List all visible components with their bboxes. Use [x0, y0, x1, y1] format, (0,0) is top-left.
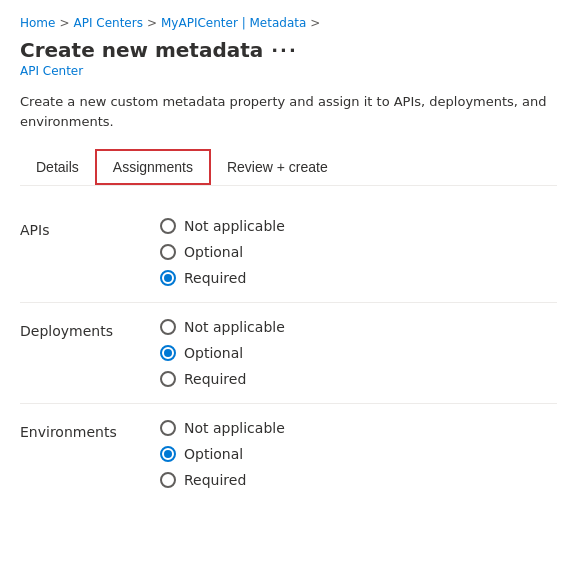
dep-na-label: Not applicable [184, 319, 285, 335]
dep-radio-na[interactable] [160, 319, 176, 335]
dep-option-na[interactable]: Not applicable [160, 319, 285, 335]
dep-radio-optional[interactable] [160, 345, 176, 361]
breadcrumb-api-centers[interactable]: API Centers [74, 16, 143, 30]
dep-radio-required[interactable] [160, 371, 176, 387]
divider-1 [20, 302, 557, 303]
env-option-na[interactable]: Not applicable [160, 420, 285, 436]
environments-radio-group: Not applicable Optional Required [160, 420, 285, 488]
apis-option-optional[interactable]: Optional [160, 244, 285, 260]
env-radio-required[interactable] [160, 472, 176, 488]
apis-option-na[interactable]: Not applicable [160, 218, 285, 234]
tab-details[interactable]: Details [20, 151, 95, 183]
assignment-row-environments: Environments Not applicable Optional Req… [20, 408, 557, 500]
dep-required-label: Required [184, 371, 246, 387]
environments-label: Environments [20, 420, 160, 440]
tab-assignments[interactable]: Assignments [95, 149, 211, 185]
env-radio-na[interactable] [160, 420, 176, 436]
dep-optional-label: Optional [184, 345, 243, 361]
env-optional-label: Optional [184, 446, 243, 462]
apis-radio-na[interactable] [160, 218, 176, 234]
apis-radio-optional[interactable] [160, 244, 176, 260]
apis-required-label: Required [184, 270, 246, 286]
assignment-row-deployments: Deployments Not applicable Optional Requ… [20, 307, 557, 399]
deployments-label: Deployments [20, 319, 160, 339]
apis-na-label: Not applicable [184, 218, 285, 234]
apis-radio-group: Not applicable Optional Required [160, 218, 285, 286]
tab-review-create[interactable]: Review + create [211, 151, 344, 183]
apis-radio-required[interactable] [160, 270, 176, 286]
env-radio-optional[interactable] [160, 446, 176, 462]
deployments-radio-group: Not applicable Optional Required [160, 319, 285, 387]
breadcrumb-home[interactable]: Home [20, 16, 55, 30]
page-subtitle: API Center [20, 64, 557, 78]
page-description: Create a new custom metadata property an… [20, 92, 557, 131]
assignment-row-apis: APIs Not applicable Optional Required [20, 206, 557, 298]
env-option-optional[interactable]: Optional [160, 446, 285, 462]
breadcrumb-sep-1: > [59, 16, 69, 30]
breadcrumb: Home > API Centers > MyAPICenter | Metad… [20, 16, 557, 30]
breadcrumb-sep-3: > [310, 16, 320, 30]
assignments-form: APIs Not applicable Optional Required De… [20, 206, 557, 500]
tabs: Details Assignments Review + create [20, 149, 557, 186]
page-title-row: Create new metadata ··· [20, 38, 557, 62]
dep-option-required[interactable]: Required [160, 371, 285, 387]
breadcrumb-sep-2: > [147, 16, 157, 30]
page-title-text: Create new metadata [20, 38, 263, 62]
env-required-label: Required [184, 472, 246, 488]
env-na-label: Not applicable [184, 420, 285, 436]
apis-label: APIs [20, 218, 160, 238]
breadcrumb-myapicenter[interactable]: MyAPICenter | Metadata [161, 16, 306, 30]
divider-2 [20, 403, 557, 404]
apis-optional-label: Optional [184, 244, 243, 260]
dep-option-optional[interactable]: Optional [160, 345, 285, 361]
apis-option-required[interactable]: Required [160, 270, 285, 286]
env-option-required[interactable]: Required [160, 472, 285, 488]
more-options-button[interactable]: ··· [271, 40, 298, 61]
